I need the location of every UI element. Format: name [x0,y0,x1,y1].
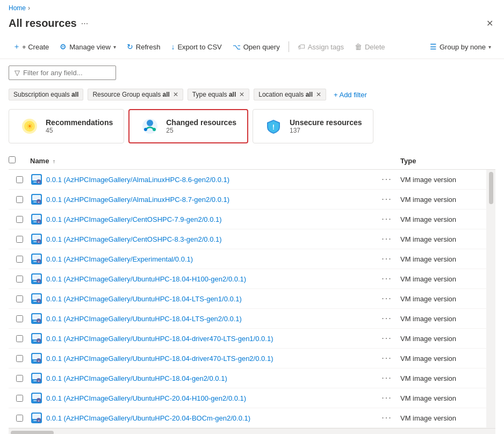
row-name[interactable]: 0.0.1 (AzHPCImageGallery/UbuntuHPC-18.04… [46,355,373,363]
row-name[interactable]: 0.0.1 (AzHPCImageGallery/UbuntuHPC-18.04… [46,374,373,382]
row-more-button[interactable]: ··· [373,175,400,184]
filter-tag-resource-group: Resource Group equals all ✕ [88,89,183,100]
refresh-icon: ↻ [127,42,133,51]
row-name[interactable]: 0.0.1 (AzHPCImageGallery/AlmaLinuxHPC-8.… [46,196,373,204]
horizontal-scrollbar[interactable] [9,428,495,434]
row-more-button[interactable]: ··· [373,214,400,224]
row-checkbox[interactable] [16,216,23,223]
changed-resources-card-icon [140,117,160,136]
row-name[interactable]: 0.0.1 (AzHPCImageGallery/UbuntuHPC-20.04… [46,394,373,402]
open-query-button[interactable]: ⌥ Open query [228,40,284,54]
row-more-button[interactable]: ··· [373,353,400,363]
row-checkbox[interactable] [16,375,23,382]
filter-tag-type: Type equals all ✕ [188,89,249,100]
recommendations-card-text: Recommendations 45 [46,118,113,134]
breadcrumb-separator: › [28,4,30,12]
svg-text:+: + [38,200,40,204]
row-name[interactable]: 0.0.1 (AzHPCImageGallery/UbuntuHPC-18.04… [46,315,373,323]
assign-tags-button[interactable]: 🏷 Assign tags [293,40,348,54]
vm-image-icon: + [30,292,43,305]
row-more-button[interactable]: ··· [373,393,400,403]
svg-text:+: + [38,320,40,323]
refresh-button[interactable]: ↻ Refresh [123,40,165,54]
vertical-scrollbar[interactable] [486,170,495,428]
vm-image-icon: + [30,272,43,285]
close-button[interactable]: ✕ [484,16,495,31]
row-name[interactable]: 0.0.1 (AzHPCImageGallery/Experimental/0.… [46,255,373,263]
row-more-button[interactable]: ··· [373,413,400,423]
row-checkbox-wrapper [9,415,30,422]
row-checkbox-wrapper [9,236,30,243]
filter-tag-location-label: Location equals all [258,91,313,98]
svg-text:+: + [38,339,40,343]
filter-tag-location-remove[interactable]: ✕ [316,91,321,98]
changed-resources-card-count: 25 [166,127,236,134]
table-rows-container: + 0.0.1 (AzHPCImageGallery/AlmaLinuxHPC-… [9,170,495,428]
table-row: + 0.0.1 (AzHPCImageGallery/UbuntuHPC-18.… [9,289,495,309]
row-checkbox[interactable] [16,395,23,402]
row-checkbox[interactable] [16,295,23,302]
table-row: + 0.0.1 (AzHPCImageGallery/UbuntuHPC-18.… [9,269,495,289]
table-header: Name ↑ Type [9,152,495,170]
row-checkbox[interactable] [16,415,23,422]
filter-tag-subscription: Subscription equals all [9,89,83,100]
row-name[interactable]: 0.0.1 (AzHPCImageGallery/UbuntuHPC-18.04… [46,335,373,343]
filter-tag-type-remove[interactable]: ✕ [239,91,244,98]
assign-tags-label: Assign tags [308,43,344,51]
changed-resources-card[interactable]: Changed resources 25 [128,109,248,143]
header-name-col[interactable]: Name ↑ [30,157,373,165]
filter-input-wrapper[interactable]: ▽ [9,66,116,80]
row-checkbox[interactable] [16,355,23,362]
row-checkbox[interactable] [16,196,23,203]
unsecure-resources-card[interactable]: ! Unsecure resources 137 [253,109,373,143]
recommendations-card[interactable]: ☀ Recommendations 45 [9,109,124,143]
row-name[interactable]: 0.0.1 (AzHPCImageGallery/UbuntuHPC-18.04… [46,295,373,303]
filter-input[interactable] [23,69,104,77]
filter-tag-subscription-label: Subscription equals all [13,91,78,98]
row-checkbox[interactable] [16,236,23,243]
title-more-button[interactable]: ··· [81,19,88,28]
breadcrumb-home[interactable]: Home [9,4,26,12]
cards-row: ☀ Recommendations 45 Changed resources 2… [0,105,504,152]
select-all-checkbox[interactable] [9,156,16,163]
horizontal-scrollbar-thumb[interactable] [11,431,54,434]
row-checkbox-wrapper [9,395,30,402]
group-by-button[interactable]: ☰ Group by none ▾ [426,40,495,54]
row-name[interactable]: 0.0.1 (AzHPCImageGallery/CentOSHPC-8.3-g… [46,235,373,243]
row-checkbox[interactable] [16,256,23,263]
row-checkbox[interactable] [16,335,23,342]
chevron-down-icon: ▾ [113,44,116,50]
recommendations-card-title: Recommendations [46,118,113,127]
row-type: VM image version [400,196,486,204]
row-type: VM image version [400,335,486,343]
create-button[interactable]: ＋ + Create [9,39,53,54]
row-more-button[interactable]: ··· [373,294,400,303]
recommendations-card-count: 45 [46,127,113,134]
add-filter-button[interactable]: + Add filter [330,89,370,100]
filter-tag-resource-group-remove[interactable]: ✕ [173,91,178,98]
row-name[interactable]: 0.0.1 (AzHPCImageGallery/CentOSHPC-7.9-g… [46,215,373,223]
row-name[interactable]: 0.0.1 (AzHPCImageGallery/UbuntuHPC-18.04… [46,275,373,283]
manage-view-button[interactable]: ⚙ Manage view ▾ [55,40,120,54]
row-name[interactable]: 0.0.1 (AzHPCImageGallery/UbuntuHPC-20.04… [46,414,373,422]
scrollbar-thumb[interactable] [489,172,493,204]
unsecure-resources-card-count: 137 [290,127,362,134]
export-csv-button[interactable]: ↓ Export to CSV [167,40,226,54]
row-more-button[interactable]: ··· [373,254,400,264]
manage-view-label: Manage view [69,43,111,51]
row-name[interactable]: 0.0.1 (AzHPCImageGallery/AlmaLinuxHPC-8.… [46,176,373,184]
delete-button[interactable]: 🗑 Delete [350,40,390,54]
svg-text:☀: ☀ [26,122,33,131]
row-checkbox[interactable] [16,315,23,322]
row-more-button[interactable]: ··· [373,334,400,343]
row-checkbox[interactable] [16,276,23,283]
row-more-button[interactable]: ··· [373,194,400,204]
row-type: VM image version [400,176,486,184]
row-checkbox-wrapper [9,375,30,382]
row-more-button[interactable]: ··· [373,274,400,284]
row-more-button[interactable]: ··· [373,234,400,244]
row-more-button[interactable]: ··· [373,373,400,383]
unsecure-resources-card-title: Unsecure resources [290,118,362,127]
row-more-button[interactable]: ··· [373,314,400,323]
row-checkbox[interactable] [16,176,23,183]
